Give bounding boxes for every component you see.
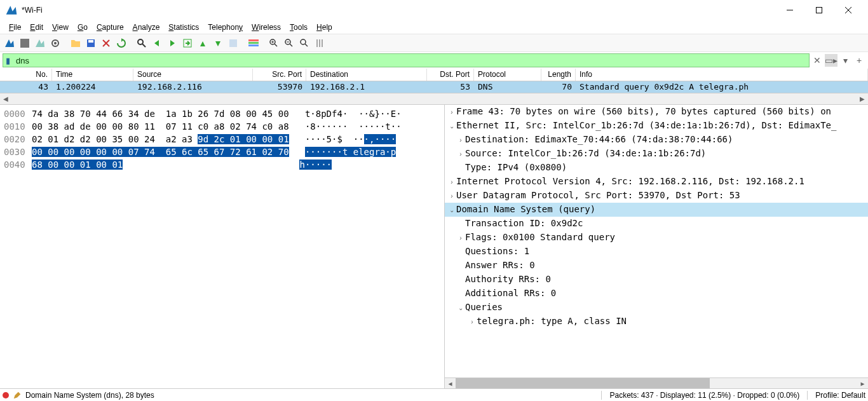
- tree-dns-flags[interactable]: ›Flags: 0x0100 Standard query: [445, 231, 868, 245]
- col-proto[interactable]: Protocol: [474, 69, 541, 81]
- save-file-button[interactable]: [84, 36, 98, 50]
- packet-list-scrollbar[interactable]: ◀▶: [0, 93, 868, 104]
- col-dport[interactable]: Dst. Port: [427, 69, 474, 81]
- close-file-button[interactable]: [99, 36, 113, 50]
- open-file-button[interactable]: [69, 36, 83, 50]
- status-bar: Domain Name System (dns), 28 bytes Packe…: [0, 388, 868, 401]
- toolbar: [0, 34, 868, 52]
- capture-options-button[interactable]: [48, 36, 62, 50]
- tree-eth-type[interactable]: Type: IPv4 (0x0800): [445, 161, 868, 175]
- restart-capture-button[interactable]: [33, 36, 47, 50]
- reload-button[interactable]: [114, 36, 128, 50]
- zoom-out-button[interactable]: [282, 36, 296, 50]
- menu-go[interactable]: Go: [74, 22, 92, 33]
- menu-tools[interactable]: Tools: [286, 22, 311, 33]
- tree-eth-dst[interactable]: ›Destination: EdimaxTe_70:44:66 (74:da:3…: [445, 133, 868, 147]
- packet-list-header: No. Time Source Src. Port Destination Ds…: [0, 69, 868, 81]
- status-packets: Packets: 437 · Displayed: 11 (2.5%) · Dr…: [609, 391, 799, 400]
- edit-icon[interactable]: [13, 391, 22, 400]
- menu-capture[interactable]: Capture: [93, 22, 128, 33]
- svg-rect-17: [248, 44, 259, 46]
- tree-dns-q[interactable]: Questions: 1: [445, 245, 868, 259]
- tree-dns-txid[interactable]: Transaction ID: 0x9d2c: [445, 217, 868, 231]
- tree-dns-ans[interactable]: Answer RRs: 0: [445, 259, 868, 273]
- svg-rect-16: [248, 42, 259, 44]
- tree-eth-src[interactable]: ›Source: IntelCor_1b:26:7d (34:de:1a:1b:…: [445, 147, 868, 161]
- svg-rect-1: [817, 8, 822, 13]
- tree-dns-queries[interactable]: ⌄Queries: [445, 301, 868, 315]
- filter-bar: ▮ dns ✕ ▭▸ ▾ +: [0, 52, 868, 69]
- svg-line-19: [275, 44, 277, 46]
- svg-line-23: [290, 44, 292, 46]
- col-sport[interactable]: Src. Port: [253, 69, 306, 81]
- go-last-button[interactable]: [211, 36, 225, 50]
- svg-point-25: [301, 39, 306, 44]
- window-title: *Wi-Fi: [22, 6, 775, 15]
- go-to-packet-button[interactable]: [180, 36, 194, 50]
- zoom-reset-button[interactable]: [297, 36, 311, 50]
- zoom-in-button[interactable]: [267, 36, 281, 50]
- packet-list: No. Time Source Src. Port Destination Ds…: [0, 69, 868, 105]
- hex-pane[interactable]: 000074 da 38 70 44 66 34 de 1a 1b 26 7d …: [0, 105, 445, 388]
- col-len[interactable]: Length: [541, 69, 576, 81]
- tree-dns[interactable]: ⌄Domain Name System (query): [445, 203, 868, 217]
- clear-filter-button[interactable]: ✕: [811, 54, 824, 67]
- col-time[interactable]: Time: [52, 69, 133, 81]
- col-source[interactable]: Source: [133, 69, 253, 81]
- go-back-button[interactable]: [150, 36, 164, 50]
- resize-columns-button[interactable]: [313, 36, 327, 50]
- maximize-button[interactable]: [804, 0, 834, 20]
- tree-pane[interactable]: ›Frame 43: 70 bytes on wire (560 bits), …: [445, 105, 868, 388]
- svg-rect-4: [20, 39, 29, 48]
- status-profile[interactable]: Profile: Default: [815, 391, 865, 400]
- menu-file[interactable]: File: [5, 22, 25, 33]
- col-no[interactable]: No.: [0, 69, 52, 81]
- tree-scrollbar[interactable]: ◀▶: [445, 377, 868, 388]
- menu-telephony[interactable]: Telephony: [204, 22, 247, 33]
- display-filter-input[interactable]: ▮ dns: [3, 53, 810, 67]
- window-controls: [775, 0, 863, 20]
- svg-rect-15: [248, 39, 259, 41]
- add-filter-button[interactable]: +: [853, 54, 865, 67]
- svg-rect-14: [229, 39, 237, 47]
- tree-dns-add[interactable]: Additional RRs: 0: [445, 287, 868, 301]
- tree-dns-query1[interactable]: ›telegra.ph: type A, class IN: [445, 315, 868, 329]
- svg-point-11: [138, 39, 143, 44]
- svg-rect-8: [88, 40, 93, 43]
- minimize-button[interactable]: [775, 0, 804, 20]
- stop-capture-button[interactable]: [18, 36, 32, 50]
- start-capture-button[interactable]: [3, 36, 17, 50]
- title-bar: *Wi-Fi: [0, 0, 868, 20]
- tree-frame[interactable]: ›Frame 43: 70 bytes on wire (560 bits), …: [445, 105, 868, 119]
- tree-dns-auth[interactable]: Authority RRs: 0: [445, 273, 868, 287]
- wireshark-icon: [5, 4, 18, 17]
- tree-eth[interactable]: ⌄Ethernet II, Src: IntelCor_1b:26:7d (34…: [445, 119, 868, 133]
- filter-text: dns: [16, 56, 29, 65]
- filter-dropdown-button[interactable]: ▾: [839, 54, 851, 67]
- menu-wireless[interactable]: Wireless: [248, 22, 285, 33]
- close-button[interactable]: [834, 0, 863, 20]
- find-packet-button[interactable]: [135, 36, 149, 50]
- menu-help[interactable]: Help: [313, 22, 336, 33]
- col-info[interactable]: Info: [576, 69, 868, 81]
- svg-line-12: [142, 44, 146, 47]
- go-first-button[interactable]: [196, 36, 210, 50]
- expert-info-icon[interactable]: [3, 392, 9, 398]
- menu-analyze[interactable]: Analyze: [129, 22, 164, 33]
- menu-view[interactable]: View: [48, 22, 72, 33]
- colorize-button[interactable]: [247, 36, 261, 50]
- packet-row[interactable]: 43 1.200224 192.168.2.116 53970 192.168.…: [0, 81, 868, 93]
- svg-line-26: [305, 44, 308, 46]
- bookmark-icon[interactable]: ▮: [6, 56, 13, 65]
- auto-scroll-button[interactable]: [226, 36, 240, 50]
- menu-statistics[interactable]: Statistics: [165, 22, 203, 33]
- col-dest[interactable]: Destination: [306, 69, 427, 81]
- apply-filter-button[interactable]: ▭▸: [825, 54, 837, 67]
- menu-edit[interactable]: Edit: [26, 22, 47, 33]
- go-forward-button[interactable]: [165, 36, 179, 50]
- svg-point-6: [54, 42, 57, 44]
- menu-bar: File Edit View Go Capture Analyze Statis…: [0, 20, 868, 34]
- tree-udp[interactable]: ›User Datagram Protocol, Src Port: 53970…: [445, 189, 868, 203]
- lower-panes: 000074 da 38 70 44 66 34 de 1a 1b 26 7d …: [0, 105, 868, 388]
- tree-ip[interactable]: ›Internet Protocol Version 4, Src: 192.1…: [445, 175, 868, 189]
